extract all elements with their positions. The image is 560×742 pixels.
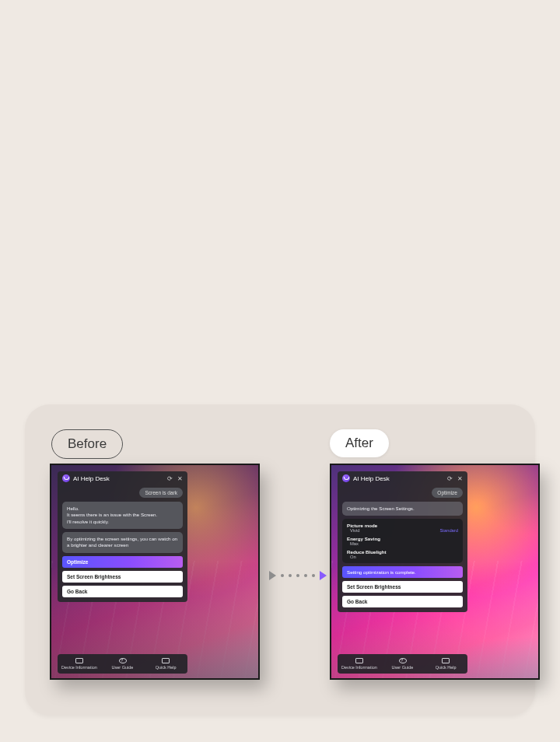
device-icon xyxy=(75,658,83,663)
close-icon[interactable]: ✕ xyxy=(457,475,463,482)
ai-icon xyxy=(342,474,350,482)
device-icon xyxy=(355,658,363,663)
refresh-icon[interactable]: ⟳ xyxy=(447,475,453,482)
set-brightness-button[interactable]: Set Screen Brightness xyxy=(62,571,183,583)
quickhelp-icon xyxy=(442,658,450,663)
dot-icon xyxy=(312,574,315,577)
setting-reduce-bluelight: Reduce Bluelight On xyxy=(347,549,458,559)
dot-icon xyxy=(296,574,299,577)
bottom-toolbar: Device Information User Guide Quick Help xyxy=(58,654,187,674)
tv-after: AI Help Desk ⟳ ✕ Optimize Optimizing the… xyxy=(330,464,540,680)
transition-arrow xyxy=(269,571,327,580)
panel-header: AI Help Desk ⟳ ✕ xyxy=(58,471,187,485)
arrow-left-icon xyxy=(269,571,276,580)
bottom-toolbar: Device Information User Guide Quick Help xyxy=(338,654,467,674)
energy-saving-value: Max xyxy=(350,541,359,546)
help-icon xyxy=(399,658,407,663)
comparison-stage: Before After AI Help Desk ⟳ ✕ Screen is … xyxy=(25,404,535,716)
user-message-row: Optimize xyxy=(338,485,467,502)
device-information-label: Device Information xyxy=(341,665,377,670)
tv-before: AI Help Desk ⟳ ✕ Screen is dark Hello. I… xyxy=(50,464,260,680)
user-chip: Screen is dark xyxy=(139,488,183,498)
quick-help-button[interactable]: Quick Help xyxy=(144,654,187,674)
progress-message: Optimizing the Screen Settings. xyxy=(342,502,463,516)
quick-help-label: Quick Help xyxy=(156,665,177,670)
user-guide-button[interactable]: User Guide xyxy=(381,654,425,674)
optimized-settings: Picture mode Vivid Standard Energy Savin… xyxy=(342,519,463,563)
setting-picture-mode: Picture mode Vivid Standard xyxy=(347,523,458,533)
arrow-right-icon xyxy=(320,571,327,580)
assistant-message-2: By optimizing the screen settings, you c… xyxy=(62,532,183,553)
badge-before: Before xyxy=(51,429,123,459)
device-information-label: Device Information xyxy=(61,665,97,670)
dot-icon xyxy=(289,574,292,577)
user-message-row: Screen is dark xyxy=(58,485,187,502)
setting-energy-saving: Energy Saving Max xyxy=(347,536,458,546)
badge-after: After xyxy=(330,429,389,457)
dot-icon xyxy=(304,574,307,577)
ai-help-desk-panel-after: AI Help Desk ⟳ ✕ Optimize Optimizing the… xyxy=(338,471,467,612)
ai-help-desk-panel-before: AI Help Desk ⟳ ✕ Screen is dark Hello. I… xyxy=(58,471,187,602)
optimize-button[interactable]: Optimize xyxy=(62,556,183,568)
reduce-bluelight-value: On xyxy=(350,555,356,559)
energy-saving-label: Energy Saving xyxy=(347,536,458,541)
quick-help-button[interactable]: Quick Help xyxy=(424,654,467,674)
help-icon xyxy=(119,658,127,663)
quickhelp-icon xyxy=(162,658,170,663)
user-guide-label: User Guide xyxy=(112,665,134,670)
close-icon[interactable]: ✕ xyxy=(177,475,183,482)
go-back-button[interactable]: Go Back xyxy=(62,586,183,597)
reduce-bluelight-label: Reduce Bluelight xyxy=(347,549,458,555)
assistant-message-1: Hello. It seems there is an issue with t… xyxy=(62,502,183,529)
panel-header: AI Help Desk ⟳ ✕ xyxy=(338,471,467,485)
panel-title: AI Help Desk xyxy=(73,475,110,482)
user-chip: Optimize xyxy=(432,488,463,498)
dot-icon xyxy=(281,574,284,577)
device-information-button[interactable]: Device Information xyxy=(58,654,101,674)
user-guide-button[interactable]: User Guide xyxy=(101,654,145,674)
quick-help-label: Quick Help xyxy=(436,665,457,670)
picture-mode-label: Picture mode xyxy=(347,523,458,528)
device-information-button[interactable]: Device Information xyxy=(338,654,381,674)
ai-icon xyxy=(62,474,70,482)
completion-status: Setting optimization is complete. xyxy=(342,566,463,578)
user-guide-label: User Guide xyxy=(392,665,414,670)
set-brightness-button[interactable]: Set Screen Brightness xyxy=(342,581,463,593)
go-back-button[interactable]: Go Back xyxy=(342,596,463,607)
picture-mode-alt[interactable]: Standard xyxy=(439,528,458,533)
panel-title: AI Help Desk xyxy=(353,475,390,482)
refresh-icon[interactable]: ⟳ xyxy=(167,475,173,482)
picture-mode-value: Vivid xyxy=(350,528,359,533)
